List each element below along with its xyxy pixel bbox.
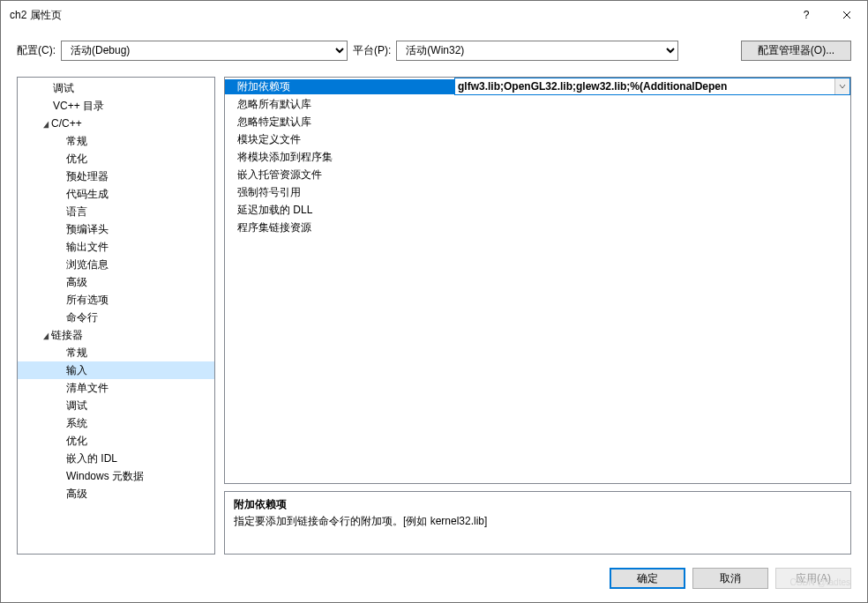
property-name: 强制符号引用 — [225, 185, 454, 200]
tree-item-label: 链接器 — [51, 329, 83, 341]
tree-item-label: 常规 — [66, 346, 87, 359]
property-row[interactable]: 忽略所有默认库 — [225, 95, 850, 113]
tree-item[interactable]: 预处理器 — [18, 168, 214, 185]
tree-item-label: 高级 — [66, 488, 87, 500]
window-title: ch2 属性页 — [10, 8, 786, 23]
tree-item[interactable]: 调试 — [18, 397, 214, 414]
property-row[interactable]: 模块定义文件 — [225, 130, 850, 148]
config-label: 配置(C): — [17, 43, 56, 58]
tree-item-label: 语言 — [66, 205, 87, 218]
tree-item-label: 输出文件 — [66, 241, 108, 253]
expander-icon[interactable]: ◢ — [41, 327, 50, 345]
tree-item[interactable]: 预编译头 — [18, 220, 214, 238]
tree-item-label: C/C++ — [51, 117, 82, 130]
property-name: 嵌入托管资源文件 — [225, 168, 454, 182]
tree-item[interactable]: 常规 — [18, 132, 214, 150]
property-row[interactable]: 将模块添加到程序集 — [225, 148, 850, 166]
tree-item-label: 预编译头 — [66, 223, 108, 235]
tree-item[interactable]: 所有选项 — [18, 291, 214, 309]
ok-button[interactable]: 确定 — [610, 568, 685, 589]
config-toolbar: 配置(C): 活动(Debug) 平台(P): 活动(Win32) 配置管理器(… — [1, 29, 867, 64]
help-icon: ? — [804, 9, 810, 21]
tree-item-label: 预处理器 — [66, 170, 108, 182]
tree-item-label: 优化 — [66, 153, 87, 165]
close-button[interactable] — [827, 1, 867, 29]
tree-item[interactable]: 清单文件 — [18, 379, 214, 397]
tree-item[interactable]: 常规 — [18, 344, 214, 361]
property-row[interactable]: 程序集链接资源 — [225, 219, 850, 236]
tree-item[interactable]: ◢C/C++ — [18, 115, 214, 132]
property-value-cell[interactable]: glfw3.lib;OpenGL32.lib;glew32.lib;%(Addi… — [454, 78, 850, 95]
tree-item[interactable]: 代码生成 — [18, 185, 214, 203]
category-tree[interactable]: 调试VC++ 目录◢C/C++常规优化预处理器代码生成语言预编译头输出文件浏览信… — [17, 77, 215, 555]
property-row[interactable]: 强制符号引用 — [225, 183, 850, 201]
right-pane: 附加依赖项glfw3.lib;OpenGL32.lib;glew32.lib;%… — [224, 77, 851, 555]
tree-item[interactable]: 高级 — [18, 485, 214, 502]
tree-item[interactable]: 语言 — [18, 203, 214, 220]
platform-label: 平台(P): — [353, 43, 391, 58]
description-heading: 附加依赖项 — [234, 497, 842, 512]
dialog-footer: 确定 取消 应用(A) — [1, 555, 867, 602]
tree-item-label: VC++ 目录 — [53, 100, 104, 112]
property-name: 将模块添加到程序集 — [225, 150, 454, 165]
help-button[interactable]: ? — [786, 1, 827, 29]
tree-item-label: Windows 元数据 — [66, 470, 144, 482]
tree-item[interactable]: 输出文件 — [18, 238, 214, 256]
property-name: 忽略所有默认库 — [225, 97, 454, 112]
property-name: 附加依赖项 — [225, 79, 454, 94]
platform-select[interactable]: 活动(Win32) — [396, 41, 678, 61]
tree-item-label: 嵌入的 IDL — [66, 452, 117, 465]
tree-item[interactable]: 系统 — [18, 414, 214, 432]
tree-item[interactable]: 优化 — [18, 150, 214, 168]
tree-item[interactable]: 输入 — [18, 361, 214, 379]
config-select[interactable]: 活动(Debug) — [61, 41, 348, 61]
tree-item-label: 调试 — [53, 82, 74, 94]
tree-item-label: 高级 — [66, 276, 87, 288]
property-name: 忽略特定默认库 — [225, 115, 454, 130]
property-row[interactable]: 延迟加载的 DLL — [225, 201, 850, 219]
tree-item-label: 浏览信息 — [66, 258, 108, 271]
property-grid: 附加依赖项glfw3.lib;OpenGL32.lib;glew32.lib;%… — [224, 77, 851, 484]
tree-item[interactable]: 命令行 — [18, 309, 214, 326]
description-body: 指定要添加到链接命令行的附加项。[例如 kernel32.lib] — [234, 514, 842, 529]
tree-item-label: 优化 — [66, 435, 87, 447]
tree-item[interactable]: 浏览信息 — [18, 256, 214, 273]
tree-item-label: 调试 — [66, 399, 87, 412]
tree-item[interactable]: Windows 元数据 — [18, 467, 214, 485]
tree-item[interactable]: 嵌入的 IDL — [18, 450, 214, 467]
close-icon — [842, 11, 851, 19]
tree-item[interactable]: ◢链接器 — [18, 326, 214, 344]
cancel-button[interactable]: 取消 — [692, 568, 768, 589]
property-row[interactable]: 嵌入托管资源文件 — [225, 166, 850, 183]
expander-icon[interactable]: ◢ — [41, 115, 50, 133]
tree-item-label: 所有选项 — [66, 294, 108, 306]
property-row[interactable]: 附加依赖项glfw3.lib;OpenGL32.lib;glew32.lib;%… — [225, 78, 850, 95]
tree-item[interactable]: 高级 — [18, 273, 214, 291]
config-manager-button[interactable]: 配置管理器(O)... — [741, 41, 851, 61]
property-value: glfw3.lib;OpenGL32.lib;glew32.lib;%(Addi… — [455, 80, 834, 93]
chevron-down-icon — [839, 83, 846, 90]
dropdown-button[interactable] — [834, 78, 849, 94]
tree-item-label: 常规 — [66, 135, 87, 147]
tree-item-label: 输入 — [66, 364, 87, 376]
titlebar: ch2 属性页 ? — [1, 1, 867, 29]
property-row[interactable]: 忽略特定默认库 — [225, 113, 850, 130]
property-name: 程序集链接资源 — [225, 220, 454, 235]
dialog-body: 调试VC++ 目录◢C/C++常规优化预处理器代码生成语言预编译头输出文件浏览信… — [1, 64, 867, 555]
apply-button[interactable]: 应用(A) — [775, 568, 851, 589]
property-name: 模块定义文件 — [225, 132, 454, 147]
tree-item[interactable]: 优化 — [18, 432, 214, 450]
tree-item-label: 清单文件 — [66, 382, 108, 394]
tree-item-label: 命令行 — [66, 311, 98, 324]
dialog-window: ch2 属性页 ? 配置(C): 活动(Debug) 平台(P): 活动(Win… — [0, 0, 868, 603]
tree-item-label: 系统 — [66, 417, 87, 429]
tree-item-label: 代码生成 — [66, 188, 108, 200]
tree-item[interactable]: 调试 — [18, 79, 214, 97]
description-panel: 附加依赖项 指定要添加到链接命令行的附加项。[例如 kernel32.lib] — [224, 491, 851, 555]
tree-item[interactable]: VC++ 目录 — [18, 97, 214, 115]
property-name: 延迟加载的 DLL — [225, 203, 454, 218]
